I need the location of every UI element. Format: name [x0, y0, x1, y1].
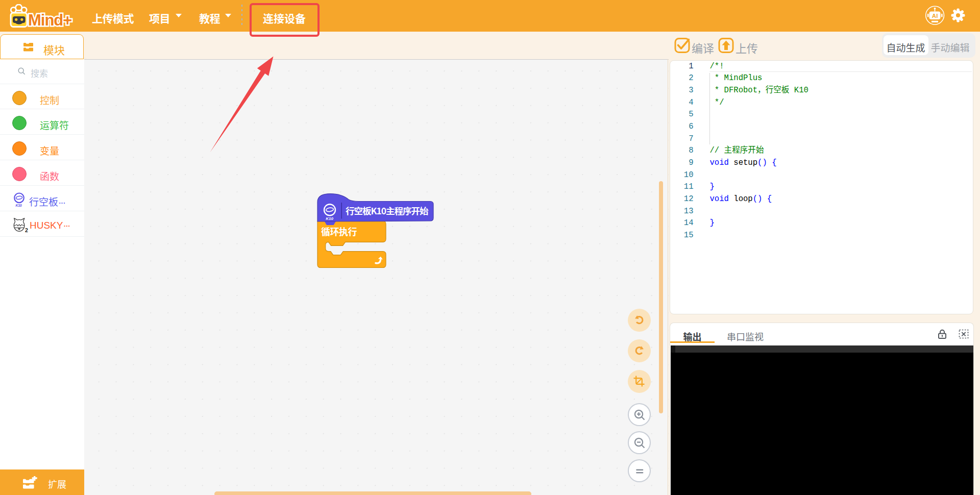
svg-text:AI: AI: [932, 13, 938, 19]
svg-text:K10: K10: [326, 216, 333, 221]
svg-text:行空板K10主程序开始: 行空板K10主程序开始: [346, 204, 429, 217]
svg-text:K10: K10: [16, 204, 22, 207]
svg-text:Mind+: Mind+: [28, 11, 71, 29]
svg-text:循环执行: 循环执行: [321, 225, 357, 238]
svg-text:2: 2: [25, 227, 28, 233]
